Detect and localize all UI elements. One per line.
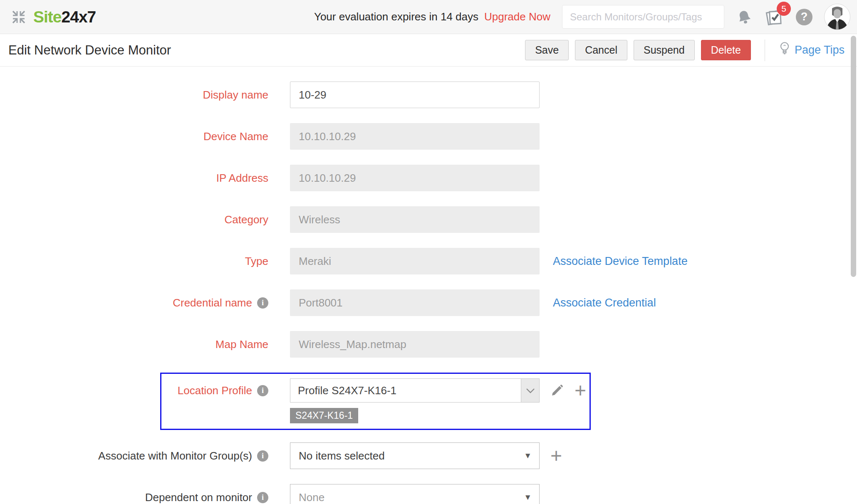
credential-info-icon[interactable]: i bbox=[257, 297, 268, 309]
edit-location-profile-icon[interactable] bbox=[550, 384, 564, 397]
app-header: Site24x7 Your evaluation expires in 14 d… bbox=[0, 0, 857, 34]
user-avatar[interactable] bbox=[824, 4, 850, 30]
suspend-button[interactable]: Suspend bbox=[634, 40, 695, 60]
ip-address-row: IP Address bbox=[0, 165, 857, 191]
monitor-groups-info-icon[interactable]: i bbox=[257, 450, 268, 462]
chevron-down-icon[interactable] bbox=[521, 379, 539, 402]
location-profile-highlight-box: Location Profile i Profile S24X7-K16-1 + bbox=[160, 373, 591, 430]
associate-device-template-link[interactable]: Associate Device Template bbox=[553, 255, 688, 268]
site24x7-logo[interactable]: Site24x7 bbox=[33, 8, 96, 26]
category-label: Category bbox=[225, 213, 269, 226]
map-name-row: Map Name bbox=[0, 331, 857, 358]
add-location-profile-icon[interactable]: + bbox=[575, 380, 586, 400]
page-title: Edit Network Device Monitor bbox=[8, 43, 171, 58]
location-profile-info-icon[interactable]: i bbox=[257, 385, 268, 396]
search-input[interactable] bbox=[562, 5, 724, 29]
credential-name-row: Credential name i Associate Credential bbox=[0, 289, 857, 316]
delete-button[interactable]: Delete bbox=[701, 40, 751, 60]
collapse-icon[interactable] bbox=[11, 9, 27, 25]
lightbulb-icon bbox=[779, 42, 790, 59]
type-input bbox=[290, 248, 540, 274]
map-name-input bbox=[290, 331, 540, 358]
add-monitor-group-icon[interactable]: + bbox=[550, 446, 562, 466]
dependent-monitor-dropdown[interactable]: None ▼ bbox=[290, 484, 540, 504]
title-bar: Edit Network Device Monitor Save Cancel … bbox=[0, 34, 857, 67]
display-name-row: Display name bbox=[0, 82, 857, 108]
cancel-button[interactable]: Cancel bbox=[575, 40, 627, 60]
caret-down-icon: ▼ bbox=[524, 493, 532, 502]
map-name-label: Map Name bbox=[215, 338, 268, 351]
upgrade-now-link[interactable]: Upgrade Now bbox=[484, 10, 550, 23]
title-actions: Save Cancel Suspend Delete Page Tips bbox=[525, 40, 845, 61]
display-name-label: Display name bbox=[203, 89, 268, 101]
tasks-icon[interactable]: 5 bbox=[764, 7, 784, 27]
logo-text-site: Site bbox=[33, 8, 62, 26]
save-button[interactable]: Save bbox=[525, 40, 569, 60]
location-profile-row: Location Profile i Profile S24X7-K16-1 + bbox=[161, 378, 589, 403]
category-row: Category bbox=[0, 206, 857, 233]
page-tips-label: Page Tips bbox=[795, 44, 845, 57]
edit-monitor-form: Display name Device Name IP Address Cate… bbox=[0, 67, 857, 504]
location-profile-label: Location Profile bbox=[178, 384, 252, 397]
dependent-monitor-row: Dependent on monitor i None ▼ bbox=[0, 484, 857, 504]
device-name-label: Device Name bbox=[203, 130, 268, 143]
dependent-monitor-label: Dependent on monitor bbox=[145, 491, 252, 504]
device-name-input bbox=[290, 123, 540, 150]
display-name-input[interactable] bbox=[290, 82, 540, 108]
type-row: Type Associate Device Template bbox=[0, 248, 857, 274]
dependent-monitor-info-icon[interactable]: i bbox=[257, 492, 268, 503]
alarm-bell-icon[interactable] bbox=[736, 9, 753, 25]
scrollbar-thumb[interactable] bbox=[851, 36, 856, 277]
location-profile-selected-value: Profile S24X7-K16-1 bbox=[290, 384, 521, 397]
evaluation-text: Your evaluation expires in 14 days bbox=[314, 10, 478, 23]
dependent-monitor-selected-value: None bbox=[290, 491, 524, 504]
notification-count-badge: 5 bbox=[777, 2, 791, 16]
ip-address-input bbox=[290, 165, 540, 191]
page-tips-link[interactable]: Page Tips bbox=[779, 42, 845, 59]
header-right-area: Your evaluation expires in 14 days Upgra… bbox=[314, 0, 850, 34]
logo-text-24x7: 24x7 bbox=[62, 8, 96, 26]
type-label: Type bbox=[245, 255, 268, 268]
ip-address-label: IP Address bbox=[216, 172, 268, 185]
help-icon[interactable]: ? bbox=[796, 9, 812, 25]
location-profile-tag: S24X7-K16-1 bbox=[290, 408, 358, 423]
evaluation-banner: Your evaluation expires in 14 days Upgra… bbox=[314, 10, 550, 23]
monitor-groups-label: Associate with Monitor Group(s) bbox=[98, 450, 252, 462]
monitor-groups-selected-value: No items selected bbox=[290, 450, 524, 462]
location-profile-select[interactable]: Profile S24X7-K16-1 bbox=[290, 378, 540, 403]
associate-credential-link[interactable]: Associate Credential bbox=[553, 296, 656, 309]
caret-down-icon: ▼ bbox=[524, 451, 532, 460]
monitor-groups-row: Associate with Monitor Group(s) i No ite… bbox=[0, 442, 857, 469]
device-name-row: Device Name bbox=[0, 123, 857, 150]
credential-name-input bbox=[290, 289, 540, 316]
credential-name-label: Credential name bbox=[173, 296, 252, 309]
divider bbox=[765, 40, 765, 61]
category-input bbox=[290, 206, 540, 233]
monitor-groups-dropdown[interactable]: No items selected ▼ bbox=[290, 442, 540, 469]
